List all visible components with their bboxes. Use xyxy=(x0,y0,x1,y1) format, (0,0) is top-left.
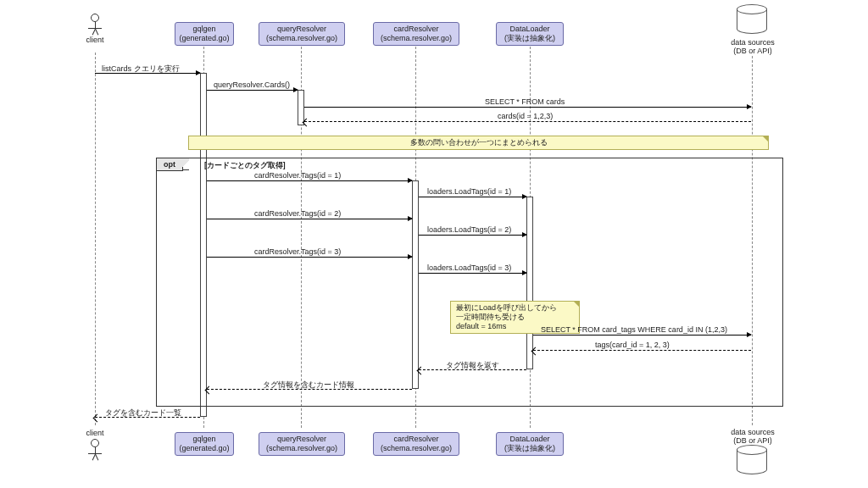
msg-select-cards-label: SELECT * FROM cards xyxy=(483,97,566,106)
lifeline-client xyxy=(95,53,96,425)
msg-tags2 xyxy=(207,219,412,219)
participant-query-sub: (schema.resolver.go) xyxy=(263,34,341,43)
msg-cards-return-label: cards(id = 1,2,3) xyxy=(496,112,554,120)
participant-db-label-bottom: data sources (DB or API) xyxy=(722,428,783,445)
msg-select-cards xyxy=(304,107,751,108)
participant-gqlgen-bottom: gqlgen (generated.go) xyxy=(175,432,234,456)
msg-load1 xyxy=(419,197,526,197)
msg-listcards-label: listCards クエリを実行 xyxy=(100,64,181,75)
participant-query-sub-b: (schema.resolver.go) xyxy=(263,444,341,453)
participant-db-top xyxy=(737,8,767,34)
msg-load1-label: loaders.LoadTags(id = 1) xyxy=(426,187,513,196)
msg-load3 xyxy=(419,273,526,274)
actor-client-label-bottom: client xyxy=(82,429,108,437)
msg-taginfo-return-label: タグ情報を返す xyxy=(444,360,501,371)
participant-db-title: data sources xyxy=(722,38,783,47)
sequence-diagram: client gqlgen (generated.go) queryResolv… xyxy=(0,0,868,488)
participant-loader-title-b: DataLoader xyxy=(500,435,559,444)
participant-query-bottom: queryResolver (schema.resolver.go) xyxy=(259,432,345,456)
note-batching-text: 多数の問い合わせが一つにまとめられる xyxy=(410,138,548,147)
msg-tags-return-label: tags(card_id = 1, 2, 3) xyxy=(593,341,671,349)
msg-tags-return xyxy=(533,350,751,351)
msg-tags2-label: cardResolver.Tags(id = 2) xyxy=(253,209,342,218)
participant-db-bottom xyxy=(737,449,767,474)
participant-query-title: queryResolver xyxy=(263,25,341,34)
msg-cards-call-label: queryResolver.Cards() xyxy=(212,80,292,89)
actor-client-bottom-fig xyxy=(82,439,108,461)
participant-loader-sub-b: (実装は抽象化) xyxy=(500,444,559,453)
participant-loader-sub: (実装は抽象化) xyxy=(500,34,559,43)
participant-gqlgen-sub: (generated.go) xyxy=(179,34,230,43)
msg-cards-return xyxy=(304,121,751,122)
participant-query-title-b: queryResolver xyxy=(263,435,341,444)
note-wait-l2: 一定時間待ち受ける xyxy=(456,313,574,322)
participant-db-sub-b: (DB or API) xyxy=(722,436,783,445)
participant-card-title: cardResolver xyxy=(377,25,455,34)
database-icon xyxy=(737,449,767,474)
actor-client-top: client xyxy=(82,14,108,44)
note-wait-l1: 最初にLoadを呼び出してから xyxy=(456,303,574,313)
participant-gqlgen-title: gqlgen xyxy=(179,25,230,34)
msg-cardinfo-return-label: タグ情報を含むカード情報 xyxy=(261,380,356,391)
participant-card-top: cardResolver (schema.resolver.go) xyxy=(373,22,459,46)
participant-loader-title: DataLoader xyxy=(500,25,559,34)
participant-gqlgen-top: gqlgen (generated.go) xyxy=(175,22,234,46)
note-batching: 多数の問い合わせが一つにまとめられる xyxy=(188,136,769,150)
opt-guard: [カードごとのタグ取得] xyxy=(204,161,286,171)
msg-tags1-label: cardResolver.Tags(id = 1) xyxy=(253,171,342,180)
participant-card-sub-b: (schema.resolver.go) xyxy=(377,444,455,453)
participant-gqlgen-sub-b: (generated.go) xyxy=(179,444,230,453)
participant-loader-bottom: DataLoader (実装は抽象化) xyxy=(496,432,564,456)
msg-load2 xyxy=(419,235,526,236)
participant-card-sub: (schema.resolver.go) xyxy=(377,34,455,43)
msg-final-return-label: タグを含むカード一覧 xyxy=(103,408,183,419)
participant-db-label-top: data sources (DB or API) xyxy=(722,38,783,55)
participant-db-sub: (DB or API) xyxy=(722,47,783,55)
opt-label: opt xyxy=(157,158,183,171)
participant-card-bottom: cardResolver (schema.resolver.go) xyxy=(373,432,459,456)
actor-client-label: client xyxy=(82,36,108,44)
actor-client-bottom: client xyxy=(82,429,108,437)
participant-loader-top: DataLoader (実装は抽象化) xyxy=(496,22,564,46)
msg-load2-label: loaders.LoadTags(id = 2) xyxy=(426,225,513,234)
participant-query-top: queryResolver (schema.resolver.go) xyxy=(259,22,345,46)
msg-tags1 xyxy=(207,180,412,181)
participant-db-title-b: data sources xyxy=(722,428,783,436)
msg-cards-call xyxy=(207,90,298,91)
participant-card-title-b: cardResolver xyxy=(377,435,455,444)
msg-select-tags-label: SELECT * FROM card_tags WHERE card_id IN… xyxy=(539,325,729,334)
msg-select-tags xyxy=(533,335,751,336)
msg-tags3 xyxy=(207,257,412,258)
msg-load3-label: loaders.LoadTags(id = 3) xyxy=(426,263,513,272)
participant-gqlgen-title-b: gqlgen xyxy=(179,435,230,444)
database-icon xyxy=(737,8,767,34)
msg-tags3-label: cardResolver.Tags(id = 3) xyxy=(253,247,342,256)
